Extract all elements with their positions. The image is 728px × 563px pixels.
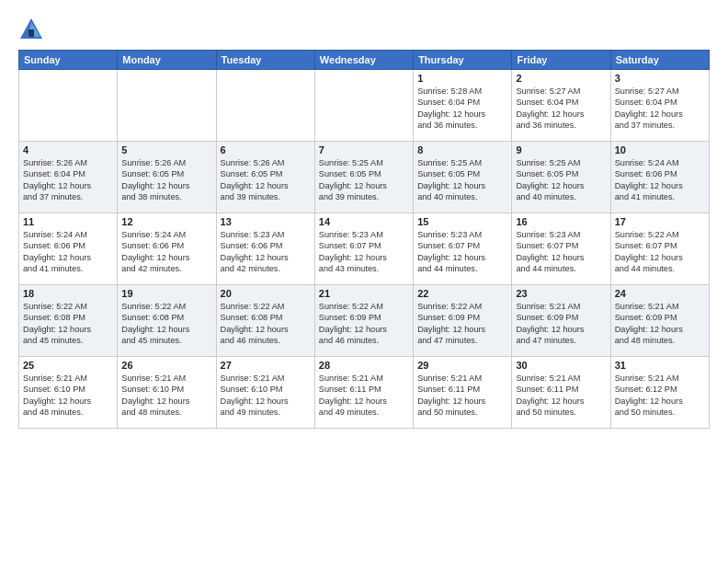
day-info: Sunrise: 5:23 AM Sunset: 6:07 PM Dayligh… [319, 229, 409, 275]
day-number: 16 [516, 216, 606, 227]
day-info: Sunrise: 5:22 AM Sunset: 6:08 PM Dayligh… [23, 301, 113, 347]
day-number: 14 [319, 216, 409, 227]
day-number: 23 [516, 288, 606, 299]
calendar-cell: 24Sunrise: 5:21 AM Sunset: 6:09 PM Dayli… [610, 285, 709, 357]
col-monday: Monday [118, 51, 216, 70]
day-number: 6 [221, 144, 311, 155]
day-number: 28 [319, 360, 409, 371]
calendar-week-row: 18Sunrise: 5:22 AM Sunset: 6:08 PM Dayli… [19, 285, 710, 357]
day-info: Sunrise: 5:21 AM Sunset: 6:10 PM Dayligh… [121, 373, 211, 419]
day-info: Sunrise: 5:22 AM Sunset: 6:08 PM Dayligh… [121, 301, 211, 347]
day-info: Sunrise: 5:24 AM Sunset: 6:06 PM Dayligh… [121, 229, 211, 275]
col-wednesday: Wednesday [314, 51, 413, 70]
day-number: 18 [23, 288, 113, 299]
day-info: Sunrise: 5:23 AM Sunset: 6:06 PM Dayligh… [221, 229, 311, 275]
day-info: Sunrise: 5:27 AM Sunset: 6:04 PM Dayligh… [516, 86, 606, 132]
day-number: 7 [319, 144, 409, 155]
day-number: 22 [417, 288, 507, 299]
logo-icon [18, 17, 44, 42]
day-info: Sunrise: 5:25 AM Sunset: 6:05 PM Dayligh… [417, 157, 507, 203]
day-info: Sunrise: 5:26 AM Sunset: 6:04 PM Dayligh… [23, 157, 113, 203]
calendar-cell: 20Sunrise: 5:22 AM Sunset: 6:08 PM Dayli… [216, 285, 314, 357]
calendar-cell: 26Sunrise: 5:21 AM Sunset: 6:10 PM Dayli… [118, 357, 216, 429]
day-info: Sunrise: 5:26 AM Sunset: 6:05 PM Dayligh… [221, 157, 311, 203]
day-number: 1 [417, 73, 507, 84]
calendar-cell: 10Sunrise: 5:24 AM Sunset: 6:06 PM Dayli… [610, 142, 709, 213]
day-number: 30 [516, 360, 606, 371]
calendar-cell: 11Sunrise: 5:24 AM Sunset: 6:06 PM Dayli… [19, 213, 118, 285]
calendar-cell: 6Sunrise: 5:26 AM Sunset: 6:05 PM Daylig… [216, 142, 314, 213]
calendar-cell: 28Sunrise: 5:21 AM Sunset: 6:11 PM Dayli… [314, 357, 413, 429]
calendar-cell [216, 70, 314, 142]
day-number: 31 [615, 360, 705, 371]
day-info: Sunrise: 5:23 AM Sunset: 6:07 PM Dayligh… [417, 229, 507, 275]
col-sunday: Sunday [19, 51, 118, 70]
day-info: Sunrise: 5:25 AM Sunset: 6:05 PM Dayligh… [516, 157, 606, 203]
day-info: Sunrise: 5:28 AM Sunset: 6:04 PM Dayligh… [417, 86, 507, 132]
calendar-cell: 18Sunrise: 5:22 AM Sunset: 6:08 PM Dayli… [19, 285, 118, 357]
day-info: Sunrise: 5:22 AM Sunset: 6:09 PM Dayligh… [417, 301, 507, 347]
calendar-cell: 12Sunrise: 5:24 AM Sunset: 6:06 PM Dayli… [118, 213, 216, 285]
calendar-cell: 21Sunrise: 5:22 AM Sunset: 6:09 PM Dayli… [314, 285, 413, 357]
day-info: Sunrise: 5:22 AM Sunset: 6:09 PM Dayligh… [319, 301, 409, 347]
day-number: 15 [417, 216, 507, 227]
calendar-cell: 25Sunrise: 5:21 AM Sunset: 6:10 PM Dayli… [19, 357, 118, 429]
calendar-cell: 16Sunrise: 5:23 AM Sunset: 6:07 PM Dayli… [512, 213, 610, 285]
day-number: 25 [23, 360, 113, 371]
col-thursday: Thursday [414, 51, 512, 70]
day-info: Sunrise: 5:21 AM Sunset: 6:09 PM Dayligh… [516, 301, 606, 347]
day-number: 20 [221, 288, 311, 299]
calendar-cell: 13Sunrise: 5:23 AM Sunset: 6:06 PM Dayli… [216, 213, 314, 285]
day-info: Sunrise: 5:21 AM Sunset: 6:12 PM Dayligh… [615, 373, 705, 419]
calendar-cell: 9Sunrise: 5:25 AM Sunset: 6:05 PM Daylig… [512, 142, 610, 213]
svg-rect-2 [28, 29, 34, 37]
col-saturday: Saturday [610, 51, 709, 70]
day-number: 10 [615, 144, 705, 155]
day-number: 12 [121, 216, 211, 227]
day-number: 13 [221, 216, 311, 227]
calendar-cell: 19Sunrise: 5:22 AM Sunset: 6:08 PM Dayli… [118, 285, 216, 357]
col-friday: Friday [512, 51, 610, 70]
day-info: Sunrise: 5:22 AM Sunset: 6:07 PM Dayligh… [615, 229, 705, 275]
day-info: Sunrise: 5:24 AM Sunset: 6:06 PM Dayligh… [615, 157, 705, 203]
calendar-week-row: 4Sunrise: 5:26 AM Sunset: 6:04 PM Daylig… [19, 142, 710, 213]
day-info: Sunrise: 5:22 AM Sunset: 6:08 PM Dayligh… [221, 301, 311, 347]
day-number: 17 [615, 216, 705, 227]
calendar-cell: 30Sunrise: 5:21 AM Sunset: 6:11 PM Dayli… [512, 357, 610, 429]
calendar-cell: 31Sunrise: 5:21 AM Sunset: 6:12 PM Dayli… [610, 357, 709, 429]
day-number: 11 [23, 216, 113, 227]
day-info: Sunrise: 5:27 AM Sunset: 6:04 PM Dayligh… [615, 86, 705, 132]
day-info: Sunrise: 5:21 AM Sunset: 6:11 PM Dayligh… [319, 373, 409, 419]
day-number: 24 [615, 288, 705, 299]
calendar-cell: 22Sunrise: 5:22 AM Sunset: 6:09 PM Dayli… [414, 285, 512, 357]
calendar-cell: 23Sunrise: 5:21 AM Sunset: 6:09 PM Dayli… [512, 285, 610, 357]
col-tuesday: Tuesday [216, 51, 314, 70]
calendar-cell: 7Sunrise: 5:25 AM Sunset: 6:05 PM Daylig… [314, 142, 413, 213]
day-info: Sunrise: 5:26 AM Sunset: 6:05 PM Dayligh… [121, 157, 211, 203]
day-number: 29 [417, 360, 507, 371]
day-number: 9 [516, 144, 606, 155]
calendar-cell: 17Sunrise: 5:22 AM Sunset: 6:07 PM Dayli… [610, 213, 709, 285]
calendar-week-row: 11Sunrise: 5:24 AM Sunset: 6:06 PM Dayli… [19, 213, 710, 285]
day-number: 21 [319, 288, 409, 299]
calendar-cell: 27Sunrise: 5:21 AM Sunset: 6:10 PM Dayli… [216, 357, 314, 429]
calendar-cell: 5Sunrise: 5:26 AM Sunset: 6:05 PM Daylig… [118, 142, 216, 213]
calendar-cell [314, 70, 413, 142]
day-info: Sunrise: 5:25 AM Sunset: 6:05 PM Dayligh… [319, 157, 409, 203]
day-number: 19 [121, 288, 211, 299]
calendar-cell [19, 70, 118, 142]
day-info: Sunrise: 5:23 AM Sunset: 6:07 PM Dayligh… [516, 229, 606, 275]
day-info: Sunrise: 5:24 AM Sunset: 6:06 PM Dayligh… [23, 229, 113, 275]
day-number: 8 [417, 144, 507, 155]
header [18, 17, 710, 42]
calendar-cell: 14Sunrise: 5:23 AM Sunset: 6:07 PM Dayli… [314, 213, 413, 285]
page: Sunday Monday Tuesday Wednesday Thursday… [0, 0, 728, 563]
day-info: Sunrise: 5:21 AM Sunset: 6:11 PM Dayligh… [417, 373, 507, 419]
calendar-cell: 1Sunrise: 5:28 AM Sunset: 6:04 PM Daylig… [414, 70, 512, 142]
calendar-cell: 3Sunrise: 5:27 AM Sunset: 6:04 PM Daylig… [610, 70, 709, 142]
calendar-cell: 2Sunrise: 5:27 AM Sunset: 6:04 PM Daylig… [512, 70, 610, 142]
calendar-week-row: 25Sunrise: 5:21 AM Sunset: 6:10 PM Dayli… [19, 357, 710, 429]
day-number: 27 [221, 360, 311, 371]
day-number: 3 [615, 73, 705, 84]
weekday-header-row: Sunday Monday Tuesday Wednesday Thursday… [19, 51, 710, 70]
